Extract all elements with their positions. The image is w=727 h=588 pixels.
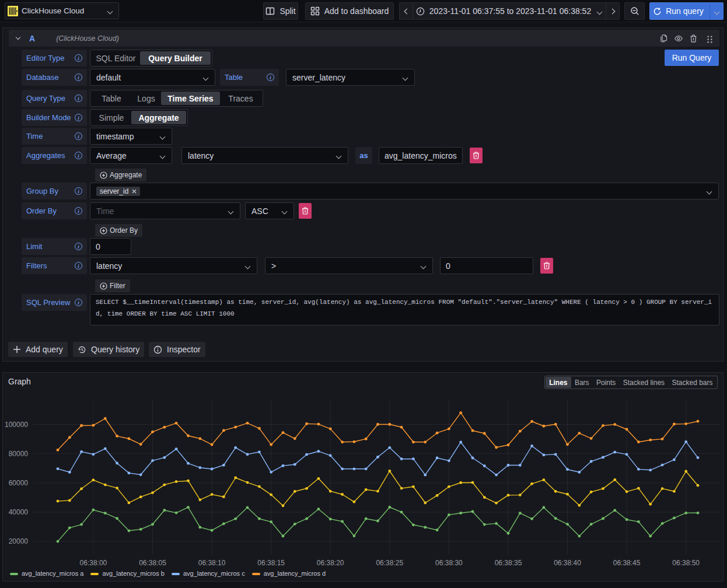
svg-text:06:38:05: 06:38:05	[139, 559, 166, 567]
svg-text:06:38:45: 06:38:45	[613, 559, 641, 567]
svg-text:100000: 100000	[5, 421, 28, 429]
svg-text:06:38:00: 06:38:00	[80, 559, 107, 567]
svg-text:06:38:35: 06:38:35	[495, 559, 522, 567]
svg-text:06:38:20: 06:38:20	[317, 559, 344, 567]
svg-text:06:38:25: 06:38:25	[376, 559, 403, 567]
svg-text:06:38:30: 06:38:30	[435, 559, 463, 567]
svg-text:60000: 60000	[9, 479, 29, 487]
svg-text:06:38:40: 06:38:40	[554, 559, 581, 567]
svg-text:80000: 80000	[9, 450, 29, 458]
svg-text:06:38:10: 06:38:10	[198, 559, 226, 567]
svg-text:20000: 20000	[9, 537, 29, 545]
svg-text:06:38:50: 06:38:50	[672, 559, 700, 567]
svg-text:06:38:15: 06:38:15	[257, 559, 285, 567]
svg-text:40000: 40000	[9, 508, 29, 516]
